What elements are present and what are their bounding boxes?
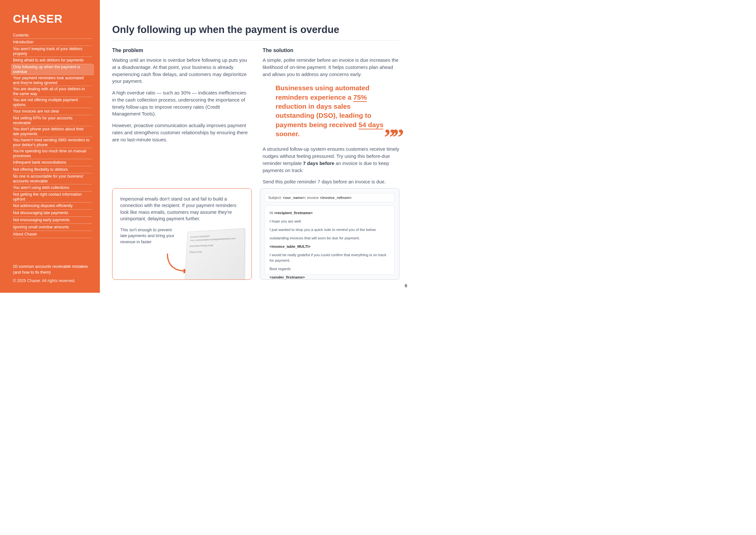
sidebar-item[interactable]: Not discouraging late payments xyxy=(13,210,92,217)
solution-column: The solution A simple, polite reminder b… xyxy=(263,47,400,190)
sidebar-item[interactable]: You are not offering multiple payment op… xyxy=(13,97,92,108)
sidebar-item[interactable]: Your payment reminders look automated an… xyxy=(13,75,92,86)
sidebar-item-label: Not discouraging late payments xyxy=(13,211,68,215)
illustration-box: Impersonal emails don't stand out and fa… xyxy=(112,188,252,280)
sidebar-item[interactable]: Introduction xyxy=(13,39,92,46)
sidebar-item-label: Only following up when the payment is ov… xyxy=(13,65,90,74)
sidebar-item[interactable]: You don't phone your debtors about their… xyxy=(13,126,92,137)
sidebar-item[interactable]: Your invoices are not clear xyxy=(13,108,92,115)
doc-title: 20 common accounts receivable mistakes (… xyxy=(13,264,92,275)
callout-text: Businesses using automated reminders exp… xyxy=(276,83,386,138)
problem-p3: However, proactive communication actuall… xyxy=(112,122,249,143)
sidebar-item-label: Not offering flexibility to debtors xyxy=(13,167,68,172)
illus-caption: This isn't enough to prevent late paymen… xyxy=(120,227,175,245)
copyright: © 2025 Chaser. All rights reserved. xyxy=(13,278,92,284)
sidebar-item-label: Your payment reminders look automated an… xyxy=(13,76,90,85)
sidebar-item[interactable]: About Chaser xyxy=(13,231,92,238)
problem-p2: A high overdue ratio — such as 30% — ind… xyxy=(112,89,249,117)
sidebar-item-label: You're spending too much time on manual … xyxy=(13,149,90,158)
sidebar-item[interactable]: Contents xyxy=(13,32,92,39)
sidebar-item-label: Not getting the right contact informatio… xyxy=(13,192,90,202)
fake-email-graphic: INVOICE REMINDER From: reminders@account… xyxy=(185,228,245,280)
solution-p2: A structured follow-up system ensures cu… xyxy=(263,146,400,174)
sidebar-item-label: You aren't keeping track of your debtors… xyxy=(13,46,90,56)
sidebar-item-label: Your invoices are not clear xyxy=(13,109,59,114)
sidebar-item[interactable]: You haven't tried sending SMS reminders … xyxy=(13,137,92,148)
page-number: 6 xyxy=(405,283,407,288)
sidebar-item[interactable]: You aren't keeping track of your debtors… xyxy=(13,46,92,57)
sidebar-item-label: You aren't using debt collections xyxy=(13,185,69,190)
main-content: Only following up when the payment is ov… xyxy=(100,0,414,293)
sidebar-item[interactable]: Not encouraging early payments xyxy=(13,217,92,224)
sidebar-item-label: Not setting KPIs for your accounts recei… xyxy=(13,116,90,125)
sidebar-item-label: Contents xyxy=(13,33,29,38)
sidebar-item[interactable]: Infrequent bank reconciliations xyxy=(13,159,92,166)
sidebar: CHASER ContentsIntroductionYou aren't ke… xyxy=(0,0,100,293)
sidebar-item-label: Infrequent bank reconciliations xyxy=(13,160,66,165)
illus-lead: Impersonal emails don't stand out and fa… xyxy=(120,196,244,222)
sidebar-item[interactable]: Not offering flexibility to debtors xyxy=(13,166,92,173)
sidebar-item-label: Introduction xyxy=(13,40,34,44)
sidebar-item[interactable]: Not addressing disputes efficiently xyxy=(13,203,92,210)
template-body: Hi <recipient_firstname> I hope you are … xyxy=(265,205,395,275)
template-subject: Subject: <our_name>: invoice <invoice_re… xyxy=(265,193,395,202)
sidebar-item[interactable]: Only following up when the payment is ov… xyxy=(11,64,94,75)
quote-icon: ”” xyxy=(384,133,401,142)
sidebar-item-label: You are dealing with all of your debtors… xyxy=(13,87,90,96)
solution-p1: A simple, polite reminder before an invo… xyxy=(263,57,400,78)
columns: The problem Waiting until an invoice is … xyxy=(112,47,399,190)
sidebar-item[interactable]: You aren't using debt collections xyxy=(13,184,92,191)
sidebar-item[interactable]: You're spending too much time on manual … xyxy=(13,148,92,159)
sidebar-item-label: Not addressing disputes efficiently xyxy=(13,204,73,208)
page-title: Only following up when the payment is ov… xyxy=(112,24,399,41)
solution-p3: Send this polite reminder 7 days before … xyxy=(263,178,400,185)
sidebar-footer: 20 common accounts receivable mistakes (… xyxy=(13,264,92,284)
sidebar-item-label: You don't phone your debtors about their… xyxy=(13,127,90,136)
sidebar-item-label: You haven't tried sending SMS reminders … xyxy=(13,138,90,147)
sidebar-item-label: About Chaser xyxy=(13,232,37,237)
sidebar-item[interactable]: Not setting KPIs for your accounts recei… xyxy=(13,115,92,126)
sidebar-item-label: Ignoring small overdue amounts xyxy=(13,225,69,230)
sidebar-item-label: No one is accountable for your business'… xyxy=(13,174,90,183)
sidebar-item-label: Being afraid to ask debtors for payments xyxy=(13,58,84,63)
brand-logo: CHASER xyxy=(13,12,92,25)
sidebar-item-label: Not encouraging early payments xyxy=(13,218,69,223)
sidebar-item-label: You are not offering multiple payment op… xyxy=(13,98,90,107)
toc-nav: ContentsIntroductionYou aren't keeping t… xyxy=(13,32,92,250)
solution-heading: The solution xyxy=(263,47,400,53)
problem-heading: The problem xyxy=(112,47,249,53)
sidebar-item[interactable]: Being afraid to ask debtors for payments xyxy=(13,57,92,64)
problem-column: The problem Waiting until an invoice is … xyxy=(112,47,249,190)
page: CHASER ContentsIntroductionYou aren't ke… xyxy=(0,0,414,293)
sidebar-item[interactable]: No one is accountable for your business'… xyxy=(13,173,92,184)
sidebar-item[interactable]: You are dealing with all of your debtors… xyxy=(13,86,92,97)
callout: Businesses using automated reminders exp… xyxy=(276,83,400,138)
sidebar-item[interactable]: Ignoring small overdue amounts xyxy=(13,224,92,231)
problem-p1: Waiting until an invoice is overdue befo… xyxy=(112,57,249,85)
sidebar-item[interactable]: Not getting the right contact informatio… xyxy=(13,191,92,203)
email-template: Subject: <our_name>: invoice <invoice_re… xyxy=(260,188,399,280)
